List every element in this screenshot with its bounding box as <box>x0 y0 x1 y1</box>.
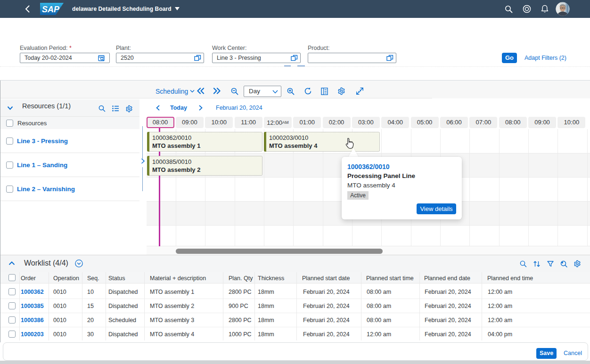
svg-text:SAP: SAP <box>42 5 60 14</box>
